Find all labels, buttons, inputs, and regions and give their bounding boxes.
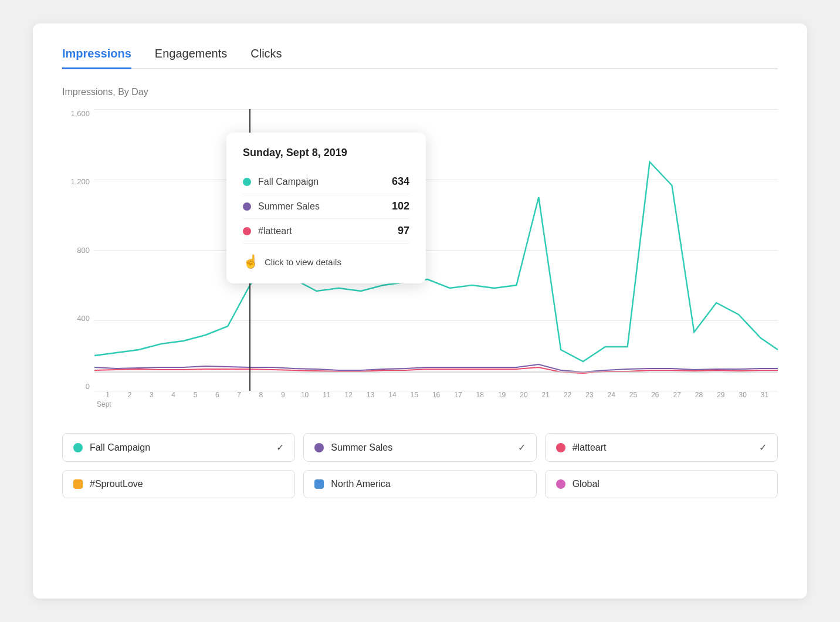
legend-item-latteart[interactable]: #latteart ✓ — [545, 433, 778, 462]
legend-grid: Fall Campaign ✓ Summer Sales ✓ #latteart… — [62, 433, 778, 498]
x-label-20: 20 — [513, 391, 534, 399]
tooltip-value-latteart: 97 — [398, 225, 409, 237]
tooltip-value-summer: 102 — [392, 200, 409, 212]
tooltip-dot-latteart — [243, 227, 251, 235]
x-label-30: 30 — [732, 391, 754, 399]
tab-engagements[interactable]: Engagements — [155, 47, 227, 69]
x-label-16: 16 — [425, 391, 447, 399]
legend-dot-north-america — [314, 479, 324, 489]
legend-label-global: Global — [573, 479, 599, 489]
tooltip-label-latteart: #latteart — [258, 226, 292, 236]
x-label-18: 18 — [469, 391, 491, 399]
main-card: Impressions Engagements Clicks Impressio… — [33, 23, 807, 599]
tooltip-action-text: Click to view details — [265, 257, 341, 267]
legend-label-sproutlove: #SproutLove — [90, 479, 143, 489]
legend-label-fall: Fall Campaign — [90, 442, 150, 453]
x-label-14: 14 — [381, 391, 403, 399]
x-label-23: 23 — [578, 391, 600, 399]
tooltip-label-summer: Summer Sales — [258, 201, 320, 212]
legend-dot-summer — [314, 443, 324, 452]
line-fall-campaign — [94, 162, 778, 361]
x-label-24: 24 — [601, 391, 622, 399]
legend-dot-fall — [73, 443, 83, 452]
chart-svg — [94, 109, 778, 391]
x-label-15: 15 — [404, 391, 425, 399]
y-label-1200: 1,200 — [70, 177, 94, 186]
x-label-8: 8 — [250, 391, 272, 399]
y-label-1600: 1,600 — [70, 109, 94, 118]
x-label-6: 6 — [206, 391, 228, 399]
tooltip-value-fall: 634 — [392, 175, 409, 188]
tooltip-dot-fall — [243, 178, 251, 186]
tooltip-dot-summer — [243, 202, 251, 211]
legend-label-north-america: North America — [331, 479, 390, 489]
x-label-5: 5 — [184, 391, 206, 399]
x-label-1: 1 — [97, 391, 118, 399]
chart-container: 1,600 1,200 800 400 0 — [62, 109, 778, 414]
checkmark-latteart: ✓ — [759, 442, 767, 453]
x-label-2: 2 — [118, 391, 140, 399]
grid-area — [94, 109, 778, 391]
chart-inner: 1,600 1,200 800 400 0 — [62, 109, 778, 414]
tooltip-row-fall: Fall Campaign 634 — [243, 170, 409, 194]
legend-item-summer-sales[interactable]: Summer Sales ✓ — [303, 433, 536, 462]
tab-impressions[interactable]: Impressions — [62, 47, 131, 69]
x-label-9: 9 — [272, 391, 294, 399]
chart-title: Impressions, By Day — [62, 87, 778, 97]
y-label-800: 800 — [77, 246, 94, 255]
legend-dot-global — [556, 479, 565, 489]
x-label-3: 3 — [141, 391, 162, 399]
legend-label-latteart: #latteart — [573, 442, 607, 453]
x-label-21: 21 — [535, 391, 557, 399]
tab-clicks[interactable]: Clicks — [250, 47, 282, 69]
x-label-17: 17 — [447, 391, 469, 399]
x-label-28: 28 — [688, 391, 710, 399]
y-label-400: 400 — [77, 314, 94, 323]
x-label-22: 22 — [557, 391, 578, 399]
tooltip: Sunday, Sept 8, 2019 Fall Campaign 634 S… — [226, 133, 426, 283]
x-label-11: 11 — [316, 391, 337, 399]
x-label-27: 27 — [666, 391, 688, 399]
checkmark-summer: ✓ — [518, 442, 526, 453]
x-label-4: 4 — [162, 391, 184, 399]
y-axis: 1,600 1,200 800 400 0 — [62, 109, 94, 391]
tooltip-label-fall: Fall Campaign — [258, 177, 319, 187]
click-icon: ☝ — [243, 254, 259, 269]
x-label-25: 25 — [622, 391, 644, 399]
x-axis: 1 2 3 4 5 6 7 8 9 10 11 12 13 14 15 16 1 — [94, 391, 778, 414]
x-label-10: 10 — [294, 391, 316, 399]
legend-item-sproutlove[interactable]: #SproutLove — [62, 470, 295, 498]
tooltip-date: Sunday, Sept 8, 2019 — [243, 147, 409, 159]
x-label-29: 29 — [710, 391, 731, 399]
tooltip-action[interactable]: ☝ Click to view details — [243, 252, 409, 269]
x-label-26: 26 — [644, 391, 666, 399]
y-label-0: 0 — [86, 382, 94, 391]
x-labels: 1 2 3 4 5 6 7 8 9 10 11 12 13 14 15 16 1 — [94, 391, 778, 399]
x-label-31: 31 — [754, 391, 775, 399]
tab-bar: Impressions Engagements Clicks — [62, 47, 778, 69]
x-label-19: 19 — [491, 391, 513, 399]
legend-label-summer: Summer Sales — [331, 442, 392, 453]
legend-item-fall-campaign[interactable]: Fall Campaign ✓ — [62, 433, 295, 462]
x-label-12: 12 — [338, 391, 360, 399]
legend-item-global[interactable]: Global — [545, 470, 778, 498]
legend-item-north-america[interactable]: North America — [303, 470, 536, 498]
legend-dot-sproutlove — [73, 479, 83, 489]
tooltip-row-summer: Summer Sales 102 — [243, 194, 409, 219]
x-label-7: 7 — [228, 391, 250, 399]
tooltip-row-latteart: #latteart 97 — [243, 219, 409, 244]
legend-dot-latteart — [556, 443, 565, 452]
checkmark-fall: ✓ — [276, 442, 284, 453]
x-month-label: Sept — [94, 400, 778, 408]
x-label-13: 13 — [360, 391, 381, 399]
